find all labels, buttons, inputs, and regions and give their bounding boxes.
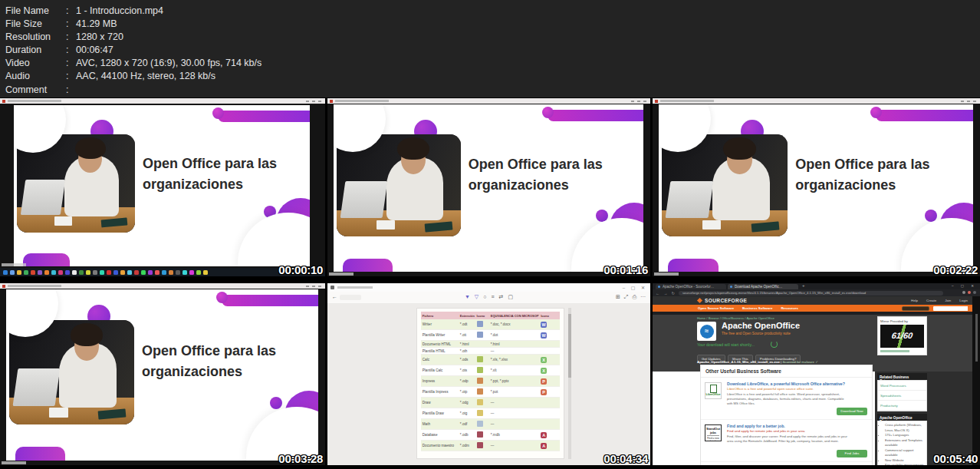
filter-icon[interactable]: ▼	[465, 294, 470, 300]
swap-icon[interactable]: ⇄	[499, 294, 504, 300]
extension-icon[interactable]	[962, 291, 965, 294]
taskbar-icon[interactable]	[31, 270, 35, 275]
filter-icon[interactable]: ▽	[475, 294, 478, 300]
expand-icon[interactable]: ⤢	[624, 294, 629, 300]
nav-links[interactable]: Open Source SoftwareBusiness SoftwareRes…	[698, 306, 798, 310]
address-bar[interactable]: sourceforge.net/projects/openofficeorg-m…	[679, 291, 943, 296]
taskbar-icon[interactable]	[51, 270, 56, 275]
entry-link[interactable]: Download LibreOffice, a powerful Microso…	[727, 381, 867, 386]
video-thumbnail-5[interactable]: – ▢ ✕ ← ▼ ▽ ○ ≡ ⇄ ▢ ⊞ ⤢ ⎙ ⋯ FicheroExten…	[327, 283, 650, 465]
taskbar-icon[interactable]	[120, 270, 125, 275]
cell-ms-icono	[539, 432, 560, 438]
taskbar-icon[interactable]	[107, 270, 111, 275]
scrollbar[interactable]	[568, 308, 571, 459]
taskbar-icon[interactable]	[169, 270, 173, 275]
taskbar-icon[interactable]	[176, 270, 180, 275]
table-header-cell: Icono	[475, 314, 489, 318]
breadcrumb[interactable]: Home / Browse / Office/Business / Apache…	[697, 316, 774, 320]
menu-icon[interactable]	[973, 291, 976, 294]
browser-tab[interactable]: Apache OpenOffice - Sourcefor…	[656, 284, 726, 289]
taskbar-icon[interactable]	[65, 270, 70, 275]
taskbar-icon[interactable]	[113, 270, 118, 275]
sourceforge-brand[interactable]: SOURCEFORGE	[705, 298, 747, 303]
print-icon[interactable]: ⎙	[632, 294, 636, 300]
entry-link[interactable]: Find and apply for a better job.	[727, 424, 867, 428]
taskbar-icon[interactable]	[155, 270, 159, 275]
mirror-link[interactable]	[880, 350, 909, 352]
taskbar-icon[interactable]	[38, 270, 42, 275]
window-controls-icon[interactable]: – ▢ ✕	[623, 285, 647, 290]
taskbar-icon[interactable]	[86, 270, 90, 275]
window-controls-icon[interactable]	[306, 101, 323, 103]
taskbar-icon[interactable]	[148, 270, 153, 275]
taskbar-icon[interactable]	[17, 270, 21, 275]
window-controls-icon[interactable]	[631, 101, 648, 103]
taskbar-icon[interactable]	[93, 270, 97, 275]
browser-action-icons[interactable]	[962, 291, 976, 294]
taskbar-icon[interactable]	[72, 270, 77, 275]
scrollbar-thumb[interactable]	[568, 314, 571, 378]
video-thumbnail-4[interactable]: Open Office para las organizaciones 00:0…	[0, 283, 325, 465]
menu-icon[interactable]: ≡	[491, 294, 494, 300]
browser-tab-active[interactable]: Download Apache OpenOffic…	[728, 284, 798, 289]
back-icon[interactable]: ←	[332, 294, 337, 299]
rotate-icon[interactable]: ○	[483, 294, 486, 300]
nav-link[interactable]: Resources	[781, 306, 797, 310]
msoffice-app-icon	[541, 368, 547, 374]
decor-bar	[23, 253, 71, 266]
find-jobs-button[interactable]: Find Jobs	[837, 450, 867, 457]
download-now-button[interactable]: Download Now	[837, 408, 867, 415]
viewer-tools[interactable]: ▼ ▽ ○ ≡ ⇄ ▢	[465, 294, 513, 300]
taskbar-icon[interactable]	[79, 270, 84, 275]
taskbar-icon[interactable]	[24, 270, 28, 275]
taskbar-icon[interactable]	[100, 270, 104, 275]
decor-circle-icon	[216, 292, 228, 303]
table-row: Plantilla HTML *.oth —	[421, 348, 561, 355]
window-controls-icon[interactable]	[306, 286, 323, 288]
more-icon[interactable]: ⋯	[640, 294, 646, 300]
window-controls-icon[interactable]	[961, 101, 978, 103]
masthead-link[interactable]: Join	[945, 299, 951, 302]
windows-taskbar[interactable]	[0, 268, 325, 276]
video-thumbnail-2[interactable]: Open Office para las organizaciones 00:0…	[327, 98, 650, 276]
cell-equivalencia: *.pot	[489, 390, 539, 394]
taskbar-icon[interactable]	[141, 270, 146, 275]
masthead-links[interactable]: HelpCreateJoinLogin	[911, 299, 968, 302]
taskbar-icon[interactable]	[58, 270, 63, 275]
new-tab-icon[interactable]: +	[802, 283, 805, 288]
taskbar-icon[interactable]	[10, 270, 15, 275]
taskbar-icon[interactable]	[134, 270, 139, 275]
search-box[interactable]	[933, 306, 973, 312]
taskbar-icon[interactable]	[44, 270, 49, 275]
taskbar-icon[interactable]	[127, 270, 132, 275]
video-thumbnail-3[interactable]: Open Office para las organizaciones 00:0…	[653, 98, 980, 276]
nav-link[interactable]: Open Source Software	[698, 306, 734, 310]
taskbar-icon[interactable]	[3, 270, 8, 275]
window-controls-icon[interactable]: – ▢ ✕	[952, 284, 977, 288]
scrollbar-thumb[interactable]	[975, 314, 978, 362]
video-thumbnail-6[interactable]: Apache OpenOffice - Sourcefor… Download …	[653, 283, 980, 465]
cell-ms-icono	[539, 332, 560, 339]
taskbar-icon[interactable]	[162, 270, 166, 275]
taskbar-icon[interactable]	[183, 270, 187, 275]
zoom-icon[interactable]: ⊞	[616, 294, 620, 300]
related-categories-list: Word ProcessorsSpreadsheetsProductivity	[877, 380, 927, 411]
window-titlebar	[0, 283, 325, 289]
category-link[interactable]: Spreadsheets	[878, 391, 926, 401]
viewer-tools-right[interactable]: ⊞ ⤢ ⎙ ⋯	[616, 294, 646, 300]
masthead-link[interactable]: Login	[959, 299, 968, 302]
promo-button[interactable]	[902, 306, 929, 311]
masthead-link[interactable]: Create	[926, 299, 936, 302]
category-link[interactable]: Productivity	[878, 401, 926, 411]
taskbar-icon[interactable]	[196, 270, 201, 275]
nav-arrows-icon[interactable]: ← → ↻	[656, 291, 676, 296]
nav-link[interactable]: Business Software	[742, 306, 772, 310]
crop-icon[interactable]: ▢	[508, 294, 513, 300]
masthead-link[interactable]: Help	[911, 299, 918, 302]
profile-avatar[interactable]	[968, 291, 971, 294]
cell-equivalencia: —	[489, 349, 539, 353]
video-thumbnail-1[interactable]: Open Office para las organizaciones 00:0…	[0, 98, 325, 276]
taskbar-icon[interactable]	[203, 270, 208, 275]
category-link[interactable]: Word Processors	[878, 381, 926, 391]
taskbar-icon[interactable]	[189, 270, 194, 275]
